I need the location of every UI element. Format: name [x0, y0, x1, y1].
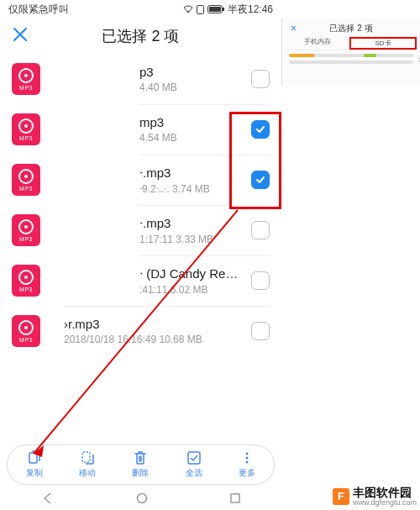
- toolbar-trash-button[interactable]: 删除: [132, 450, 149, 479]
- checkbox[interactable]: [251, 70, 270, 88]
- file-name: ᐧ.mp3: [139, 216, 244, 231]
- toolbar-more-button[interactable]: 更多: [239, 450, 255, 479]
- more-icon: [239, 450, 255, 465]
- toolbar-label: 更多: [239, 467, 255, 479]
- file-name: ᐧ.mp3: [139, 166, 244, 181]
- watermark: F 丰图软件园 www.dgfengtu.com: [333, 486, 417, 507]
- svg-rect-6: [82, 452, 90, 462]
- watermark-logo: F: [333, 488, 349, 505]
- file-name: mp3: [139, 115, 244, 129]
- file-text: ᐧ.mp3 ᐧ9.2ᐧ..ᐧ. 3.74 MB: [139, 166, 244, 195]
- file-text: ›r.mp3 2018/10/18 16:16:49 10.68 MB: [64, 317, 244, 345]
- toolbar-select-button[interactable]: 全选: [186, 450, 202, 479]
- nav-home-icon[interactable]: [136, 492, 148, 504]
- file-meta: 1:17:11 3.33 MB: [139, 234, 244, 245]
- svg-rect-3: [223, 8, 224, 11]
- file-row[interactable]: MP3 ᐧ.mp3 1:17:11 3.33 MB: [0, 205, 281, 255]
- toolbar-move-button[interactable]: 移动: [79, 450, 96, 479]
- svg-rect-7: [188, 452, 200, 464]
- file-meta: 4.40 MB: [139, 81, 244, 93]
- toolbar-label: 移动: [79, 467, 96, 479]
- mp3-badge: MP3: [12, 113, 40, 145]
- mp3-badge: MP3: [12, 63, 40, 95]
- file-list: MP3 p3 4.40 MB MP3 mp3 4.54 MB MP3 ᐧ.mp3…: [0, 54, 281, 356]
- file-name: p3: [139, 65, 244, 79]
- file-meta: 2018/10/18 16:16:49 10.68 MB: [64, 334, 244, 345]
- checkbox[interactable]: [251, 120, 270, 139]
- annotation-inset: × 已选择 2 项 手机内存 SD卡 ›: [281, 18, 420, 86]
- checkbox[interactable]: [251, 221, 270, 239]
- status-time: 半夜12:46: [228, 3, 273, 17]
- disc-icon: [18, 169, 34, 184]
- watermark-brand: 丰图软件园: [353, 486, 417, 499]
- mp3-label: MP3: [19, 337, 33, 343]
- file-row[interactable]: MP3 ᐧ (DJ Candy Remix).m… :41:11 6.02 MB: [0, 255, 281, 306]
- svg-rect-1: [197, 5, 203, 13]
- file-text: mp3 4.54 MB: [139, 115, 244, 144]
- file-meta: :41:11 6.02 MB: [139, 284, 244, 296]
- disc-icon: [18, 320, 34, 335]
- android-nav-bar: [0, 486, 281, 510]
- trash-icon: [133, 450, 148, 465]
- svg-rect-4: [209, 7, 221, 12]
- file-row[interactable]: MP3 ᐧ.mp3 ᐧ9.2ᐧ..ᐧ. 3.74 MB: [0, 155, 281, 205]
- annotation-title: 已选择 2 项: [329, 23, 372, 34]
- svg-rect-5: [29, 453, 37, 463]
- disc-icon: [18, 270, 34, 285]
- annotation-tab-phone: 手机内存: [286, 37, 349, 50]
- mp3-badge: MP3: [12, 315, 40, 347]
- copy-icon: [27, 450, 42, 465]
- toolbar-copy-button[interactable]: 复制: [26, 450, 43, 479]
- nav-recent-icon[interactable]: [229, 492, 241, 504]
- file-name: ›r.mp3: [64, 317, 244, 331]
- file-text: ᐧ.mp3 1:17:11 3.33 MB: [139, 216, 244, 245]
- svg-point-11: [137, 494, 146, 503]
- checkbox[interactable]: [251, 171, 270, 189]
- status-bar: 仅限紧急呼叫 半夜12:46: [0, 0, 281, 18]
- mp3-label: MP3: [19, 186, 33, 192]
- status-right: 半夜12:46: [183, 3, 273, 17]
- annotation-header: × 已选择 2 项: [286, 22, 417, 35]
- annotation-rows: [286, 54, 417, 64]
- mp3-label: MP3: [19, 85, 33, 91]
- mp3-badge: MP3: [12, 164, 40, 196]
- annotation-tab-sd: SD卡: [349, 37, 417, 50]
- svg-point-9: [246, 457, 249, 460]
- header: 已选择 2 项: [0, 18, 281, 54]
- mp3-badge: MP3: [12, 214, 40, 246]
- svg-point-8: [246, 453, 249, 455]
- file-row[interactable]: MP3 ›r.mp3 2018/10/18 16:16:49 10.68 MB: [0, 306, 281, 356]
- file-meta: ᐧ9.2ᐧ..ᐧ. 3.74 MB: [139, 183, 244, 195]
- mp3-badge: MP3: [12, 265, 40, 297]
- svg-point-10: [246, 461, 249, 464]
- bottom-toolbar: 复制移动删除全选更多: [7, 444, 275, 485]
- toolbar-label: 全选: [186, 467, 202, 479]
- disc-icon: [18, 219, 34, 234]
- nav-back-icon[interactable]: [41, 492, 55, 505]
- disc-icon: [18, 68, 34, 83]
- file-meta: 4.54 MB: [139, 132, 244, 144]
- mp3-label: MP3: [19, 236, 33, 242]
- file-text: p3 4.40 MB: [139, 65, 244, 93]
- file-row[interactable]: MP3 mp3 4.54 MB: [0, 104, 281, 155]
- select-icon: [186, 450, 202, 465]
- sim-icon: [197, 5, 204, 14]
- status-left-text: 仅限紧急呼叫: [8, 3, 69, 17]
- svg-point-0: [187, 11, 189, 13]
- page-title: 已选择 2 项: [0, 26, 281, 46]
- phone-frame: 仅限紧急呼叫 半夜12:46 已选择 2 项 MP3 p3 4.40 MB: [0, 0, 281, 510]
- file-row[interactable]: MP3 p3 4.40 MB: [0, 54, 281, 104]
- toolbar-label: 复制: [26, 467, 43, 479]
- checkbox[interactable]: [251, 322, 270, 340]
- svg-rect-12: [231, 494, 239, 502]
- file-name: ᐧ (DJ Candy Remix).m…: [139, 266, 244, 281]
- checkbox[interactable]: [251, 271, 270, 290]
- file-text: ᐧ (DJ Candy Remix).m… :41:11 6.02 MB: [139, 266, 244, 296]
- watermark-url: www.dgfengtu.com: [353, 499, 417, 507]
- battery-icon: [207, 5, 224, 13]
- mp3-label: MP3: [19, 135, 33, 141]
- move-icon: [80, 450, 95, 465]
- close-icon[interactable]: [12, 24, 29, 48]
- toolbar-label: 删除: [132, 467, 149, 479]
- mp3-label: MP3: [19, 287, 33, 292]
